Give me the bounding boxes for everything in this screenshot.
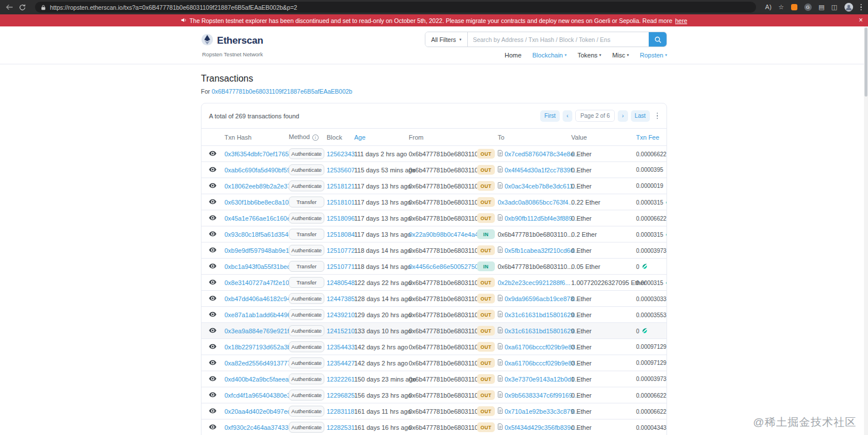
- col-age[interactable]: Age: [352, 129, 406, 146]
- eye-icon[interactable]: [209, 215, 216, 221]
- to-address-link[interactable]: 0x9b56383347c6f99169...: [505, 392, 578, 399]
- txn-hash-link[interactable]: 0xab6c690fa5d490bf59f...: [224, 167, 297, 174]
- block-link[interactable]: 12480548: [327, 279, 355, 286]
- to-address-link[interactable]: 0xa61706bcccf029b9e83...: [505, 344, 580, 351]
- block-link[interactable]: 12354427: [327, 360, 355, 367]
- options-menu-icon[interactable]: [656, 111, 660, 121]
- to-address-link[interactable]: 0x4f454d30a1f2cc7839f...: [505, 167, 578, 174]
- block-link[interactable]: 12415210: [327, 328, 355, 334]
- to-address-link[interactable]: 0x31c61631bd15801629...: [505, 311, 579, 318]
- filtered-address-link[interactable]: 0x6B477781b0e68031109f21887e6B5afEAaEB00…: [212, 88, 352, 95]
- to-address-link[interactable]: 0x5f434d429c356fb839c...: [505, 424, 579, 431]
- txn-hash-link[interactable]: 0xb47dd406a46182c948...: [224, 295, 299, 302]
- to-address-link[interactable]: 0x2b2e23cec9921288f6...: [498, 279, 571, 286]
- split-screen-icon[interactable]: ◫: [831, 4, 837, 10]
- eye-icon[interactable]: [209, 360, 216, 365]
- txn-hash-link[interactable]: 0x93c80c18f5a61d3546...: [224, 231, 297, 238]
- eye-icon[interactable]: [209, 199, 216, 205]
- block-link[interactable]: 12447385: [327, 295, 355, 302]
- txn-hash-link[interactable]: 0x45a1e766ae16c160e4...: [224, 215, 299, 222]
- profile-avatar[interactable]: [844, 3, 853, 11]
- block-link[interactable]: 12354433: [327, 344, 355, 351]
- txn-hash-link[interactable]: 0xb9e9df597948ab9e18...: [224, 247, 298, 254]
- nav-blockchain[interactable]: Blockchain▾: [532, 52, 567, 59]
- txn-hash-link[interactable]: 0x20aa4d402e0b497ecb...: [224, 408, 299, 415]
- eye-icon[interactable]: [209, 231, 216, 237]
- txn-hash-link[interactable]: 0xf930c2c464aa374336...: [224, 424, 297, 431]
- eye-icon[interactable]: [209, 279, 216, 285]
- txn-hash-link[interactable]: 0x630f1bb6be8ec8a104...: [224, 199, 297, 206]
- eye-icon[interactable]: [209, 151, 216, 156]
- txn-hash-link[interactable]: 0x3f6354dbfc70ef1765a...: [224, 151, 297, 157]
- eye-icon[interactable]: [209, 311, 216, 317]
- scrollbar[interactable]: [864, 26, 868, 435]
- eye-icon[interactable]: [209, 295, 216, 301]
- col-txn-fee[interactable]: Txn Fee: [634, 129, 666, 146]
- block-link[interactable]: 12510772: [327, 247, 355, 254]
- eye-icon[interactable]: [209, 344, 216, 349]
- block-link[interactable]: 12518121: [327, 183, 355, 190]
- block-link[interactable]: 12439210: [327, 311, 355, 318]
- to-address-link[interactable]: 0x7ced58760478c34e8e...: [505, 151, 579, 157]
- favorites-star-icon[interactable]: ☆: [778, 4, 784, 10]
- eye-icon[interactable]: [209, 328, 216, 333]
- eye-icon[interactable]: [209, 376, 216, 382]
- method-info-icon[interactable]: i: [312, 134, 319, 141]
- url-bar[interactable]: https://ropsten.etherscan.io/txs?a=0x6B4…: [35, 2, 756, 13]
- txn-hash-link[interactable]: 0xd400b42a9bc5faeeae...: [224, 376, 297, 383]
- pagination-prev-button[interactable]: ‹: [563, 110, 572, 122]
- txn-hash-link[interactable]: 0x3ea9a884e769e921fd...: [224, 328, 298, 334]
- block-link[interactable]: 12518101: [327, 199, 355, 206]
- banner-read-more-link[interactable]: here: [675, 17, 687, 24]
- txn-hash-link[interactable]: 0xfcd4f1a965404380e33...: [224, 392, 299, 399]
- to-address-link[interactable]: 0xb90fb112d5bf4e3f889...: [505, 215, 578, 222]
- all-filters-dropdown[interactable]: All Filters ▾: [425, 32, 468, 47]
- block-link[interactable]: 12510771: [327, 263, 355, 270]
- eye-icon[interactable]: [209, 408, 216, 414]
- eye-icon[interactable]: [209, 263, 216, 269]
- eye-icon[interactable]: [209, 167, 216, 172]
- from-address-link[interactable]: 0x4456c6e86e50052750...: [409, 263, 483, 270]
- block-link[interactable]: 12322261: [327, 376, 355, 383]
- back-icon[interactable]: [6, 4, 13, 10]
- block-link[interactable]: 12535607: [327, 167, 355, 174]
- pagination-first-button[interactable]: First: [540, 110, 559, 122]
- block-link[interactable]: 12283118: [327, 408, 354, 415]
- block-link[interactable]: 12518096: [327, 215, 355, 222]
- scrollbar-thumb[interactable]: [865, 28, 867, 97]
- from-address-link[interactable]: 0x22a90b98b0c474e4a4...: [409, 231, 483, 238]
- to-address-link[interactable]: 0x3e7370e9143a12b0d1...: [505, 376, 580, 383]
- txn-hash-link[interactable]: 0x8e3140727a47f2e10c...: [224, 279, 297, 286]
- collections-icon[interactable]: ▤: [819, 4, 824, 10]
- block-link[interactable]: 12282531: [327, 424, 355, 431]
- txn-hash-link[interactable]: 0xbc1a943f0a55f31bed2...: [224, 263, 299, 270]
- to-address-link[interactable]: 0x9da96596acb19ce878...: [505, 295, 579, 302]
- eye-icon[interactable]: [209, 247, 216, 253]
- to-address-link[interactable]: 0x5fb1cabea32f210cd6d...: [505, 247, 579, 254]
- block-link[interactable]: 12518084: [327, 231, 355, 238]
- search-input[interactable]: [468, 32, 649, 47]
- to-address-link[interactable]: 0x31c61631bd15801629...: [505, 328, 579, 334]
- read-aloud-icon[interactable]: A): [765, 4, 772, 10]
- banner-close-icon[interactable]: ×: [859, 14, 863, 26]
- nav-tokens[interactable]: Tokens▾: [578, 52, 601, 59]
- eye-icon[interactable]: [209, 392, 216, 398]
- block-link[interactable]: 12562343: [327, 151, 355, 157]
- browser-menu-icon[interactable]: [860, 3, 863, 11]
- search-button[interactable]: [649, 32, 666, 47]
- to-address-link[interactable]: 0x3adc0a80865bcc763f4...: [498, 199, 574, 206]
- refresh-icon[interactable]: [19, 4, 26, 11]
- to-address-link[interactable]: 0x0ac34ceb7b8e3dc611...: [505, 183, 578, 190]
- site-info-lock-icon[interactable]: [41, 5, 46, 10]
- nav-misc[interactable]: Misc▾: [612, 52, 629, 59]
- block-link[interactable]: 12296825: [327, 392, 355, 399]
- nav-home[interactable]: Home: [505, 52, 521, 59]
- to-address-link[interactable]: 0x710a1e92be33c3c879...: [505, 408, 579, 415]
- nav-network-ropsten[interactable]: Ropsten▾: [640, 52, 668, 59]
- pagination-next-button[interactable]: ›: [618, 110, 627, 122]
- eye-icon[interactable]: [209, 183, 216, 188]
- extension-icon[interactable]: G: [804, 3, 812, 11]
- eye-icon[interactable]: [209, 424, 216, 430]
- pagination-last-button[interactable]: Last: [631, 110, 650, 122]
- metamask-extension-icon[interactable]: [791, 4, 797, 10]
